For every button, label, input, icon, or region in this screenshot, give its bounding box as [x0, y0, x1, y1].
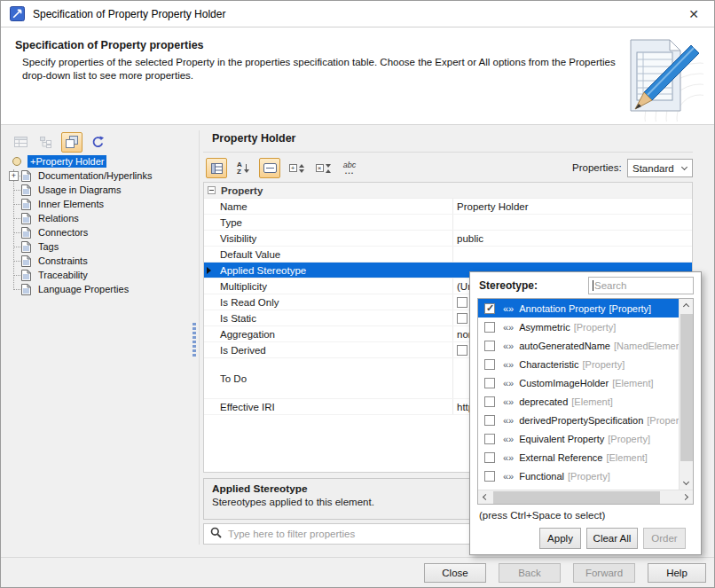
checkbox-icon[interactable]	[457, 345, 468, 356]
horizontal-scroll-thumb[interactable]	[493, 491, 660, 504]
popup-button-bar: ApplyClear AllOrder	[470, 528, 701, 549]
order-button: Order	[643, 528, 686, 549]
horizontal-scrollbar[interactable]	[478, 490, 693, 504]
stereotype-guillemets-icon: «»	[503, 471, 514, 482]
stereotype-name: derivedPropertySpecification	[519, 415, 643, 426]
apply-button[interactable]: Apply	[539, 528, 581, 549]
close-icon[interactable]: ✕	[680, 7, 707, 21]
banner-title: Specification of Property properties	[15, 39, 204, 51]
tree-item-usage-in-diagrams[interactable]: Usage in Diagrams	[8, 183, 191, 197]
scroll-left-icon[interactable]	[479, 490, 492, 504]
categorized-view-icon[interactable]	[206, 158, 227, 178]
stereotype-name: autoGeneratedName	[519, 341, 610, 351]
tree-item-traceability[interactable]: Traceability	[8, 268, 191, 282]
property-row-visibility[interactable]: Visibilitypublic	[204, 231, 692, 247]
stereotype-search-input[interactable]: Search	[588, 277, 694, 294]
collapse-nodes-icon[interactable]: ×	[312, 158, 334, 178]
checkbox-icon[interactable]	[457, 313, 468, 324]
show-description-icon[interactable]	[259, 158, 280, 178]
vertical-scroll-thumb[interactable]	[680, 314, 693, 461]
stereotype-item-asymmetric[interactable]: «»Asymmetric[Property]	[478, 318, 679, 336]
tree-item-language-properties[interactable]: Language Properties	[8, 282, 191, 296]
vertical-scrollbar[interactable]	[679, 299, 693, 490]
scroll-up-icon[interactable]	[680, 300, 693, 313]
checkbox-icon[interactable]	[484, 322, 495, 333]
tree-item-property-holder[interactable]: +Property Holder	[8, 154, 191, 169]
tree-item-tags[interactable]: Tags	[8, 239, 191, 254]
abc-edit-icon[interactable]: abc...	[339, 158, 360, 178]
tree-item-label: Usage in Diagrams	[35, 184, 124, 196]
checkbox-icon[interactable]	[457, 297, 468, 308]
checkbox-icon[interactable]	[484, 378, 495, 388]
stereotype-name: Characteristic	[519, 359, 578, 370]
checkbox-icon[interactable]	[484, 396, 495, 407]
checkbox-icon[interactable]	[484, 359, 495, 370]
help-button[interactable]: Help	[648, 563, 706, 583]
stereotype-item-autogeneratedname[interactable]: «»autoGeneratedName[NamedElement]	[478, 336, 679, 355]
stereotype-metaclass: [Property]	[583, 359, 625, 370]
property-group-header[interactable]: Property	[204, 183, 692, 199]
title-bar: Specification of Property Property Holde…	[1, 1, 714, 27]
stereotype-item-customimageholder[interactable]: «»CustomImageHolder[Element]	[478, 373, 679, 392]
properties-mode-value: Standard	[632, 163, 674, 174]
cascade-view-icon[interactable]	[61, 132, 82, 153]
tree-item-label: Relations	[35, 212, 82, 224]
checkbox-icon[interactable]	[484, 471, 495, 482]
stereotype-item-functional[interactable]: «»Functional[Property]	[478, 466, 679, 485]
properties-toolbar: AZ + × abc...	[206, 157, 360, 179]
stereotype-name: Equivalent Property	[519, 434, 604, 444]
property-value-text: public	[457, 233, 483, 244]
stereotype-item-derivedpropertyspecification[interactable]: «»derivedPropertySpecification[Property]	[478, 411, 679, 429]
property-row-type[interactable]: Type	[204, 215, 692, 231]
splitter-handle[interactable]	[192, 323, 196, 358]
collapse-group-icon[interactable]	[208, 186, 216, 194]
tree-item-label: Traceability	[35, 269, 90, 281]
tree-item-label: Inner Elements	[35, 198, 106, 210]
forward-button: Forward	[573, 563, 635, 583]
property-icon	[12, 157, 21, 166]
tree-item-constraints[interactable]: Constraints	[8, 254, 191, 268]
clear-all-button[interactable]: Clear All	[586, 528, 638, 549]
scroll-down-icon[interactable]	[680, 475, 693, 489]
property-row-default-value[interactable]: Default Value	[204, 247, 692, 263]
tree-view-icon[interactable]	[35, 132, 57, 153]
stereotype-guillemets-icon: «»	[503, 322, 514, 333]
tree-item-relations[interactable]: Relations	[8, 211, 191, 225]
stereotype-metaclass: [Property]	[647, 415, 679, 426]
back-button: Back	[499, 563, 561, 583]
stereotype-guillemets-icon: «»	[503, 303, 514, 314]
scroll-right-icon[interactable]	[679, 490, 692, 504]
checkbox-icon[interactable]	[484, 434, 495, 444]
checkbox-icon[interactable]	[484, 303, 495, 314]
dialog-button-bar: CloseBackForwardHelp	[1, 557, 714, 587]
close-button[interactable]: Close	[424, 563, 486, 583]
page-icon	[21, 213, 31, 224]
refresh-icon[interactable]	[87, 132, 108, 153]
property-name: Visibility	[204, 231, 453, 246]
tree-item-inner-elements[interactable]: Inner Elements	[8, 197, 191, 211]
property-name: Is Derived	[204, 342, 453, 357]
checkbox-icon[interactable]	[484, 415, 495, 426]
stereotype-name: CustomImageHolder	[519, 378, 609, 388]
stereotype-guillemets-icon: «»	[503, 452, 514, 463]
expand-plus-icon[interactable]: +	[9, 171, 19, 181]
stereotype-item-external-reference[interactable]: «»External Reference[Element]	[478, 448, 679, 466]
stereotype-item-characteristic[interactable]: «»Characteristic[Property]	[478, 355, 679, 373]
property-row-name[interactable]: NameProperty Holder	[204, 199, 692, 215]
filter-placeholder: Type here to filter properties	[228, 529, 355, 539]
properties-mode-dropdown[interactable]: Standard	[627, 159, 693, 177]
stereotype-item-deprecated[interactable]: «»deprecated[Element]	[478, 392, 679, 411]
properties-mode-label: Properties:	[572, 162, 622, 173]
checkbox-icon[interactable]	[484, 341, 495, 351]
stereotype-item-annotation-property[interactable]: «»Annotation Property[Property]	[478, 299, 679, 318]
tree-item-documentation-hyperlinks[interactable]: +Documentation/Hyperlinks	[8, 169, 191, 183]
az-sort-icon[interactable]: AZ	[232, 158, 254, 178]
property-name: Name	[204, 199, 453, 214]
tree-item-connectors[interactable]: Connectors	[8, 225, 191, 239]
expand-nodes-icon[interactable]: +	[286, 158, 307, 178]
table-view-icon[interactable]	[10, 132, 31, 153]
page-icon	[21, 199, 31, 210]
checkbox-icon[interactable]	[484, 452, 495, 463]
stereotype-item-equivalent-property[interactable]: «»Equivalent Property[Property]	[478, 429, 679, 448]
stereotype-metaclass: [Element]	[571, 396, 612, 407]
